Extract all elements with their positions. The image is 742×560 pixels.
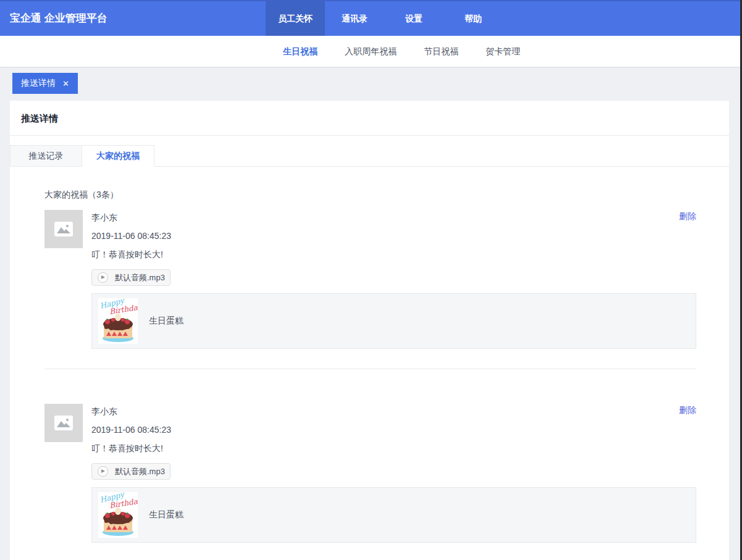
audio-filename: 默认音频.mp3 xyxy=(115,272,165,283)
gift-card: Happy Birthday! xyxy=(91,487,696,543)
wish-body: 李小东 2019-11-06 08:45:23 叮！恭喜按时长大! 默认音频.m… xyxy=(91,210,696,349)
subnav-item-anniversary-wishes[interactable]: 入职周年祝福 xyxy=(345,36,397,67)
delete-link[interactable]: 删除 xyxy=(679,211,696,222)
workspace-tab-push-details[interactable]: 推送详情 ✕ xyxy=(12,73,78,94)
wish-list: 删除 李小东 2019-11-06 08:45:23 xyxy=(44,210,696,560)
divider xyxy=(44,369,696,369)
app-title: 宝企通 企业管理平台 xyxy=(10,1,108,36)
image-placeholder-icon xyxy=(54,416,73,430)
gift-name: 生日蛋糕 xyxy=(149,509,183,520)
wish-message: 叮！恭喜按时长大! xyxy=(91,248,696,261)
nav-item-help[interactable]: 帮助 xyxy=(444,1,503,36)
wish-item: 删除 李小东 2019-11-06 08:45:23 xyxy=(44,210,696,349)
play-icon[interactable] xyxy=(98,272,108,283)
top-nav: 员工关怀 通讯录 设置 帮助 xyxy=(266,1,503,36)
wish-message: 叮！恭喜按时长大! xyxy=(91,442,696,454)
subnav-item-card-management[interactable]: 贺卡管理 xyxy=(486,36,520,67)
gift-card: Happy Birthday! xyxy=(91,293,696,349)
avatar xyxy=(44,404,83,442)
wish-author: 李小东 xyxy=(91,211,696,224)
tab-content: 大家的祝福（3条） 删除 李小东 xyxy=(10,188,729,560)
workspace-tab-label: 推送详情 xyxy=(21,78,56,89)
nav-item-contacts[interactable]: 通讯录 xyxy=(325,1,384,36)
top-bar: 宝企通 企业管理平台 员工关怀 通讯录 设置 帮助 xyxy=(0,0,742,36)
avatar xyxy=(44,210,83,248)
sub-nav: 生日祝福 入职周年祝福 节日祝福 贺卡管理 xyxy=(0,36,742,68)
wish-timestamp: 2019-11-06 08:45:23 xyxy=(91,230,696,242)
push-details-panel: 推送详情 推送记录 大家的祝福 大家的祝福（3条） 删除 xyxy=(10,101,729,560)
audio-player[interactable]: 默认音频.mp3 xyxy=(91,269,171,286)
birthday-cake-image: Happy Birthday! xyxy=(98,298,138,344)
nav-item-employee-care[interactable]: 员工关怀 xyxy=(266,1,325,36)
detail-tabs: 推送记录 大家的祝福 xyxy=(10,145,729,167)
wish-timestamp: 2019-11-06 08:45:23 xyxy=(91,424,696,436)
birthday-cake-image: Happy Birthday! xyxy=(98,492,138,538)
delete-link[interactable]: 删除 xyxy=(679,405,696,416)
wish-item: 删除 李小东 2019-11-06 08:45:23 xyxy=(44,404,696,543)
wish-body: 李小东 2019-11-06 08:45:23 叮！恭喜按时长大! 默认音频.m… xyxy=(91,404,696,543)
subnav-item-holiday-wishes[interactable]: 节日祝福 xyxy=(424,36,458,67)
audio-filename: 默认音频.mp3 xyxy=(115,466,165,477)
page-title: 推送详情 xyxy=(21,113,718,125)
tab-everyones-wishes[interactable]: 大家的祝福 xyxy=(82,145,154,167)
nav-item-settings[interactable]: 设置 xyxy=(384,1,444,36)
audio-player[interactable]: 默认音频.mp3 xyxy=(91,463,171,480)
tab-push-records[interactable]: 推送记录 xyxy=(10,145,82,167)
image-placeholder-icon xyxy=(54,222,73,236)
subnav-item-birthday-wishes[interactable]: 生日祝福 xyxy=(283,36,318,67)
play-icon[interactable] xyxy=(98,466,108,477)
panel-header: 推送详情 xyxy=(10,101,729,136)
section-title: 大家的祝福（3条） xyxy=(44,188,696,201)
gift-name: 生日蛋糕 xyxy=(149,316,183,327)
wish-author: 李小东 xyxy=(91,405,696,417)
close-icon[interactable]: ✕ xyxy=(62,80,69,88)
